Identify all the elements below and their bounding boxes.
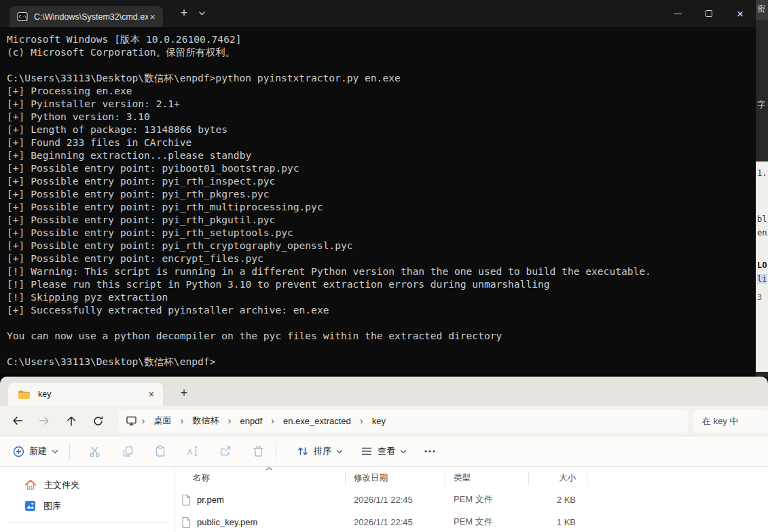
chevron-right-icon: ›	[176, 415, 189, 428]
copy-button[interactable]	[121, 445, 134, 457]
search-box	[694, 410, 768, 432]
more-options-button[interactable]	[423, 446, 437, 457]
toolbar-separator	[276, 443, 276, 459]
column-header-type[interactable]: 类型	[445, 472, 528, 484]
terminal-line: [+] Possible entry point: pyi_rth_setupt…	[7, 226, 756, 239]
view-lines-icon	[361, 446, 373, 456]
svg-text:C:\: C:\	[19, 14, 27, 20]
sidebar-item-label: 主文件夹	[44, 479, 79, 491]
explorer-window: key × + ›桌面›数信杯›enpdf›en.exe_ext	[0, 377, 768, 532]
terminal-line: [+] Possible entry point: pyi_rth_multip…	[7, 200, 756, 213]
breadcrumb-item[interactable]: en.exe_extracted	[279, 414, 355, 428]
terminal-line: [+] Pyinstaller version: 2.1+	[7, 97, 756, 110]
terminal-line: (c) Microsoft Corporation。保留所有权利。	[7, 45, 756, 58]
background-text-fragment: 密	[757, 3, 765, 15]
explorer-addressbar: ›桌面›数信杯›enpdf›en.exe_extracted›key	[0, 406, 768, 436]
explorer-new-tab-button[interactable]: +	[175, 384, 193, 402]
explorer-tab-label: key	[38, 390, 147, 399]
column-header-date[interactable]: 修改日期	[345, 472, 445, 484]
new-button[interactable]: 新建	[13, 445, 58, 457]
view-button[interactable]: 查看	[361, 445, 407, 457]
file-icon	[181, 494, 191, 506]
breadcrumb-item[interactable]: 桌面	[150, 413, 176, 429]
forward-button[interactable]	[31, 409, 58, 432]
rename-button[interactable]: A	[186, 445, 200, 457]
background-text-fragment: li	[757, 274, 767, 284]
explorer-content: 主文件夹 图库 名称 修改日期 类型 大	[0, 467, 768, 532]
terminal-output[interactable]: Microsoft Windows [版本 10.0.26100.7462](c…	[0, 27, 756, 368]
folder-icon	[18, 390, 31, 400]
close-button[interactable]: ×	[725, 0, 756, 27]
terminal-new-tab-button[interactable]: +	[175, 5, 193, 22]
terminal-line: [+] Length of package: 13148866 bytes	[7, 123, 756, 136]
terminal-line: [+] Possible entry point: pyi_rth_crypto…	[7, 239, 756, 252]
sort-button[interactable]: 排序	[297, 445, 343, 457]
terminal-line: C:\Users\33113\Desktop\数信杯\enpdf>	[7, 355, 756, 368]
terminal-tab-cmd[interactable]: C:\ C:\Windows\System32\cmd.ex ×	[10, 6, 163, 27]
terminal-line: [!] Please run this script in Python 3.1…	[7, 278, 756, 290]
address-bar[interactable]: ›桌面›数信杯›enpdf›en.exe_extracted›key	[119, 410, 688, 432]
maximize-button[interactable]	[693, 0, 725, 27]
file-icon	[181, 516, 191, 528]
terminal-line: [!] Skipping pyz extraction	[7, 290, 756, 303]
this-pc-icon	[126, 415, 137, 426]
breadcrumb-item[interactable]: key	[368, 414, 390, 428]
chevron-down-icon	[52, 449, 58, 454]
file-name: public_key.pem	[197, 517, 257, 527]
explorer-tabbar: key × +	[0, 377, 768, 406]
column-header-name[interactable]: 名称	[175, 472, 345, 484]
terminal-line: [+] Possible entry point: encrypt_files.…	[7, 252, 756, 265]
column-divider[interactable]	[445, 471, 445, 485]
explorer-toolbar: 新建 A 排序	[0, 436, 768, 467]
terminal-line	[7, 342, 756, 355]
background-text-fragment: LO	[757, 261, 767, 270]
terminal-line: [+] Possible entry point: pyiboot01_boot…	[7, 162, 756, 174]
file-row[interactable]: pr.pem 2026/1/1 22:45 PEM 文件 2 KB	[175, 490, 768, 509]
background-window-strip: 密字1.blenLOli3	[756, 0, 768, 377]
back-button[interactable]	[4, 409, 31, 432]
paste-button[interactable]	[153, 445, 167, 457]
toolbar-separator	[69, 443, 70, 459]
background-text-fragment: en	[757, 228, 767, 238]
column-divider[interactable]	[345, 471, 346, 485]
breadcrumb-item[interactable]: enpdf	[236, 414, 267, 428]
terminal-window: C:\ C:\Windows\System32\cmd.ex × + × Mic…	[0, 0, 756, 375]
share-button[interactable]	[219, 445, 232, 457]
explorer-tab-key[interactable]: key ×	[8, 383, 163, 406]
explorer-sidebar: 主文件夹 图库	[0, 467, 175, 532]
file-list-header: 名称 修改日期 类型 大小	[175, 469, 768, 487]
delete-button[interactable]	[251, 445, 265, 457]
terminal-tab-close-icon[interactable]: ×	[148, 12, 157, 22]
terminal-titlebar[interactable]: C:\ C:\Windows\System32\cmd.ex × + ×	[0, 0, 756, 27]
sidebar-item-gallery[interactable]: 图库	[0, 495, 175, 516]
file-date: 2026/1/1 22:45	[345, 517, 445, 527]
plus-circle-icon	[13, 446, 24, 457]
sort-ascending-icon	[266, 467, 273, 471]
chevron-right-icon: ›	[223, 415, 236, 428]
search-input[interactable]	[702, 416, 760, 426]
terminal-line: [+] Possible entry point: pyi_rth_pkguti…	[7, 213, 756, 226]
close-icon: ×	[737, 8, 744, 20]
new-button-label: 新建	[29, 445, 47, 457]
refresh-button[interactable]	[85, 409, 112, 432]
sidebar-item-home[interactable]: 主文件夹	[0, 474, 175, 495]
file-row[interactable]: public_key.pem 2026/1/1 22:45 PEM 文件 1 K…	[175, 512, 768, 531]
chevron-right-icon: ›	[355, 415, 368, 428]
up-button[interactable]	[58, 409, 85, 432]
column-divider[interactable]	[528, 471, 529, 485]
chevron-down-icon	[400, 449, 407, 454]
desktop-screen: 密字1.blenLOli3 C:\ C:\Windows\System32\cm…	[0, 0, 768, 532]
terminal-line: [+] Possible entry point: pyi_rth_inspec…	[7, 174, 756, 187]
chevron-down-icon	[336, 449, 343, 454]
cut-button[interactable]	[88, 445, 102, 457]
background-text-fragment: bl	[757, 214, 767, 224]
sort-button-label: 排序	[314, 445, 331, 457]
explorer-tab-close-icon[interactable]: ×	[147, 390, 156, 399]
terminal-line: [+] Python version: 3.10	[7, 110, 756, 123]
breadcrumb-item[interactable]: 数信杯	[189, 413, 223, 429]
terminal-tab-dropdown-icon[interactable]	[198, 11, 206, 16]
file-size: 2 KB	[528, 495, 587, 505]
minimize-button[interactable]	[662, 0, 693, 27]
column-divider[interactable]	[587, 471, 587, 485]
column-header-size[interactable]: 大小	[528, 472, 587, 484]
